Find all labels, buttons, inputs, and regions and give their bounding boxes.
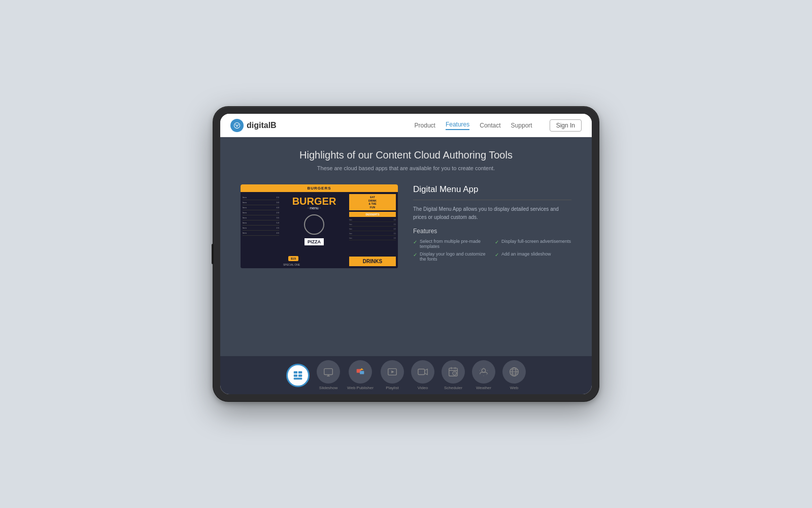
slideshow-circle [317,360,340,384]
menu-row-3: Item4.0 [243,205,279,210]
desserts-banner: DESSERTS [349,212,396,217]
menu-row-8: Item4.5 [243,231,279,236]
feature-item-4: ✓ Add an image slideshow [495,251,571,262]
feature-text-3: Display your logo and customize the font… [420,251,490,262]
menu-header: BURGERS [241,184,398,192]
menu-right-panel: EATDRINK& THEFUN DESSERTS Item3.0 Item2.… [347,192,398,268]
svg-rect-6 [324,369,333,375]
web-publisher-label: Web Publisher [347,386,374,390]
right-row-5: Item2.0 [349,237,396,240]
signin-button[interactable]: Sign In [550,119,582,132]
svg-rect-3 [294,374,297,377]
feature-item-1: ✓ Select from multiple pre-made template… [413,239,490,249]
icon-web-publisher[interactable]: Web Publisher [347,360,374,390]
scheduler-icon [448,366,459,377]
navbar: digitalB Product Features Contact Suppor… [220,114,592,137]
main-content: Highlights of our Content Cloud Authorin… [220,137,592,356]
features-grid: ✓ Select from multiple pre-made template… [413,239,571,262]
nav-product[interactable]: Product [415,122,435,129]
menu-row-6: Item5.0 [243,220,279,226]
digital-menu-icon [292,370,303,381]
feature-item-2: ✓ Display full-screen advertisements [495,239,571,249]
feature-item-3: ✓ Display your logo and customize the fo… [413,251,490,262]
svg-rect-2 [298,371,302,373]
icon-playlist[interactable]: Playlist [381,360,404,390]
burger-circle [304,214,324,235]
web-publisher-icon [355,366,366,377]
web-circle [502,360,526,384]
check-icon-1: ✓ [413,239,417,245]
menu-preview: BURGERS Item2.5 Item3.0 Item4.0 Item2.0 … [241,184,398,268]
weather-label: Weather [476,386,491,390]
drinks-banner: DRINKS [349,257,396,266]
feature-text-1: Select from multiple pre-made templates [420,239,490,249]
logo: digitalB [230,119,415,132]
icon-scheduler[interactable]: Scheduler [442,360,465,390]
menu-body: Item2.5 Item3.0 Item4.0 Item2.0 Item3.5 … [241,192,398,268]
eat-drink-banner: EATDRINK& THEFUN [349,194,396,210]
nav-contact[interactable]: Contact [480,122,500,129]
nav-support[interactable]: Support [511,122,532,129]
app-description: The Digital Menu App allows you to displ… [413,205,571,221]
menu-row-5: Item3.5 [243,215,279,220]
menu-label: · menu · [308,206,320,210]
icon-weather[interactable]: Weather [472,360,495,390]
scheduler-label: Scheduler [444,386,462,390]
special-one: SPECIAL ONE [283,263,300,266]
logo-text: digitalB [247,121,277,130]
hero-section: Highlights of our Content Cloud Authorin… [220,137,592,179]
logo-svg [233,122,241,129]
svg-rect-12 [418,369,425,375]
right-row-1: Item3.0 [349,218,396,222]
logo-icon [230,119,244,132]
weather-icon [478,366,489,377]
svg-rect-4 [298,374,302,377]
menu-center-panel: BURGER · menu · $15 PIZZA SPECIAL ONE [281,192,347,268]
icon-slideshow[interactable]: Slideshow [317,360,340,390]
playlist-icon [387,366,398,377]
burger-title: BURGER [292,196,336,206]
nav-links: Product Features Contact Support Sign In [415,119,582,132]
tablet-frame: digitalB Product Features Contact Suppor… [213,107,599,401]
slideshow-icon [323,366,334,377]
menu-row-2: Item3.0 [243,200,279,205]
right-row-4: Item3.5 [349,232,396,236]
svg-point-15 [482,369,485,372]
icon-digital-menu[interactable] [286,364,310,387]
svg-point-0 [234,122,240,128]
menu-row-4: Item2.0 [243,210,279,215]
feature-details: Digital Menu App The Digital Menu App al… [413,184,571,348]
app-title: Digital Menu App [413,184,571,200]
video-circle [411,360,434,384]
tablet-screen: digitalB Product Features Contact Suppor… [220,114,592,394]
menu-row-7: Item2.5 [243,226,279,231]
web-publisher-circle [349,360,372,384]
video-icon [417,366,428,377]
pizza-label: PIZZA [304,238,324,245]
digital-menu-circle [286,364,310,387]
menu-left-panel: Item2.5 Item3.0 Item4.0 Item2.0 Item3.5 … [241,192,281,268]
web-icon [509,366,520,377]
price-badge: $15 [288,256,298,261]
feature-text-2: Display full-screen advertisements [501,239,571,244]
side-button [212,244,214,264]
feature-section: BURGERS Item2.5 Item3.0 Item4.0 Item2.0 … [220,179,592,356]
feature-text-4: Add an image slideshow [501,251,551,257]
menu-inner: BURGERS Item2.5 Item3.0 Item4.0 Item2.0 … [241,184,398,268]
features-label: Features [413,228,571,235]
svg-rect-1 [294,371,297,373]
check-icon-2: ✓ [495,239,499,245]
web-label: Web [510,386,518,390]
burger-image [301,212,327,237]
menu-row-1: Item2.5 [243,195,279,200]
icon-video[interactable]: Video [411,360,434,390]
scheduler-circle [442,360,465,384]
video-label: Video [418,386,428,390]
nav-features[interactable]: Features [446,121,469,130]
icon-web[interactable]: Web [502,360,526,390]
svg-rect-8 [360,371,364,374]
hero-subtitle: These are cloud based apps that are avai… [241,165,571,171]
weather-circle [472,360,495,384]
hero-title: Highlights of our Content Cloud Authorin… [241,149,571,161]
slideshow-label: Slideshow [319,386,337,390]
